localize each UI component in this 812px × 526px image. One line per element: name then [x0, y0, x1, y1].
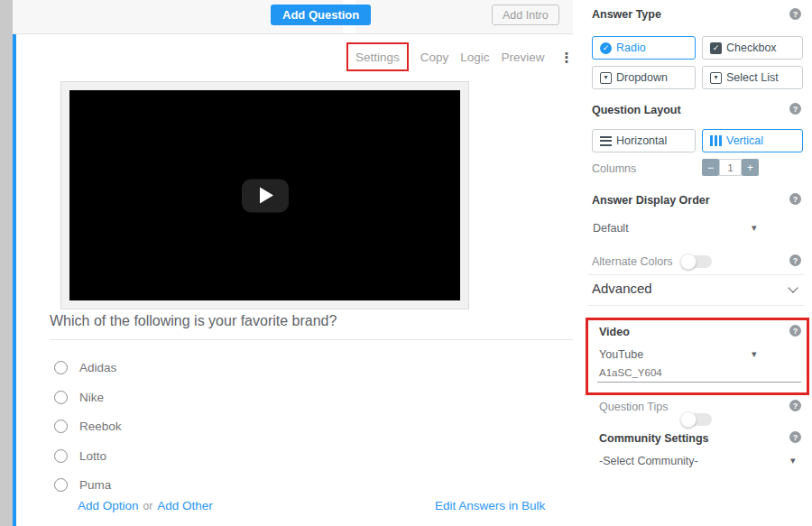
- option-label[interactable]: Reebok: [79, 420, 122, 433]
- question-text[interactable]: Which of the following is your favorite …: [50, 313, 555, 329]
- advanced-section-toggle[interactable]: Advanced: [592, 281, 652, 296]
- edit-answers-in-bulk-link[interactable]: Edit Answers in Bulk: [435, 499, 545, 512]
- answer-option-row: Reebok: [54, 420, 122, 433]
- answer-type-radio-label: Radio: [616, 42, 646, 54]
- video-provider-select[interactable]: YouTube: [599, 348, 643, 361]
- add-intro-button[interactable]: Add Intro: [492, 5, 559, 25]
- answer-type-radio-button[interactable]: ✓ Radio: [592, 36, 696, 60]
- answer-type-select-list-label: Select List: [726, 71, 779, 84]
- question-layout-label: Question Layout: [592, 104, 681, 116]
- tab-logic[interactable]: Logic: [460, 51, 489, 64]
- chevron-down-icon[interactable]: [788, 282, 798, 292]
- add-question-button[interactable]: Add Question: [271, 5, 371, 25]
- answer-option-row: Adidas: [54, 361, 116, 374]
- video-help-icon[interactable]: ?: [789, 325, 801, 337]
- selected-question-indicator: [13, 34, 16, 526]
- question-editor-area: Add Question Add Intro Settings Copy Log…: [13, 0, 573, 526]
- video-player-frame: [60, 81, 469, 309]
- settings-panel: Answer Type ? ✓ Radio ✓ Checkbox ▾ Dropd…: [573, 0, 812, 526]
- video-id-input[interactable]: A1aSC_Y604: [599, 367, 662, 378]
- divider: [587, 305, 804, 306]
- add-other-link[interactable]: Add Other: [157, 499, 213, 512]
- option-radio[interactable]: [54, 391, 68, 404]
- tab-settings[interactable]: Settings: [355, 51, 400, 64]
- divider: [587, 274, 804, 275]
- answer-type-checkbox-label: Checkbox: [726, 42, 777, 54]
- layout-horizontal-button[interactable]: Horizontal: [592, 129, 696, 152]
- checkbox-check-icon: ✓: [710, 42, 722, 54]
- columns-label: Columns: [592, 162, 636, 175]
- answer-option-row: Nike: [54, 391, 104, 404]
- community-select[interactable]: -Select Community-: [599, 455, 698, 467]
- answer-type-dropdown-button[interactable]: ▾ Dropdown: [592, 66, 696, 89]
- columns-value[interactable]: 1: [719, 159, 742, 176]
- answer-display-order-label: Answer Display Order: [592, 194, 710, 207]
- display-order-select[interactable]: Default: [593, 222, 629, 235]
- option-label[interactable]: Puma: [79, 478, 111, 492]
- vertical-bars-icon: [710, 135, 722, 146]
- option-label[interactable]: Lotto: [79, 449, 106, 463]
- answer-type-dropdown-label: Dropdown: [616, 71, 668, 84]
- tab-copy[interactable]: Copy: [420, 51, 449, 64]
- video-id-underline: [597, 382, 801, 383]
- question-text-underline: [50, 339, 573, 340]
- question-tab-bar: Settings Copy Logic Preview ⋮: [346, 42, 577, 71]
- settings-highlight-box: Settings: [346, 42, 409, 71]
- option-label[interactable]: Nike: [79, 391, 104, 404]
- answer-type-checkbox-button[interactable]: ✓ Checkbox: [702, 36, 803, 60]
- display-order-caret-icon[interactable]: ▾: [752, 222, 757, 234]
- community-settings-help-icon[interactable]: ?: [789, 431, 801, 443]
- add-option-link[interactable]: Add Option: [78, 499, 139, 512]
- community-select-caret-icon[interactable]: ▾: [790, 455, 796, 466]
- video-label: Video: [599, 326, 630, 338]
- answer-option-row: Puma: [54, 478, 111, 492]
- select-list-caret-icon: ▾: [710, 72, 722, 84]
- answer-type-help-icon[interactable]: ?: [789, 8, 801, 20]
- dropdown-caret-icon: ▾: [600, 72, 612, 84]
- horizontal-lines-icon: [600, 136, 612, 146]
- video-screen: [69, 90, 460, 300]
- toggle-knob: [680, 254, 697, 270]
- columns-increment-button[interactable]: +: [742, 159, 759, 176]
- radio-check-icon: ✓: [600, 42, 612, 54]
- video-play-button[interactable]: [242, 179, 289, 212]
- layout-horizontal-label: Horizontal: [616, 134, 667, 147]
- layout-vertical-label: Vertical: [726, 134, 763, 147]
- option-label[interactable]: Adidas: [79, 361, 116, 374]
- question-tips-help-icon[interactable]: ?: [789, 400, 801, 411]
- toggle-knob: [680, 411, 697, 428]
- question-tips-toggle[interactable]: [681, 413, 712, 426]
- alternate-colors-label: Alternate Colors: [592, 255, 673, 268]
- answer-type-label: Answer Type: [592, 8, 661, 21]
- option-radio[interactable]: [54, 420, 68, 433]
- option-actions: Add Option or Add Other: [78, 499, 213, 512]
- tab-preview[interactable]: Preview: [502, 51, 545, 64]
- left-edge-strip: [0, 0, 13, 526]
- editor-toolbar: Add Question Add Intro: [13, 0, 573, 34]
- layout-vertical-button[interactable]: Vertical: [702, 129, 803, 152]
- play-icon: [260, 188, 273, 204]
- option-radio[interactable]: [54, 449, 68, 463]
- option-radio[interactable]: [54, 478, 68, 492]
- alternate-colors-toggle[interactable]: [681, 255, 712, 268]
- question-layout-help-icon[interactable]: ?: [789, 103, 801, 115]
- option-radio[interactable]: [54, 361, 68, 374]
- video-provider-caret-icon[interactable]: ▾: [752, 348, 757, 360]
- community-settings-label: Community Settings: [599, 432, 709, 445]
- answer-display-order-help-icon[interactable]: ?: [789, 193, 801, 205]
- question-tips-label: Question Tips: [599, 401, 668, 413]
- columns-stepper: − 1 +: [702, 159, 759, 176]
- answer-type-select-list-button[interactable]: ▾ Select List: [702, 66, 803, 89]
- answer-option-row: Lotto: [54, 449, 106, 463]
- alternate-colors-help-icon[interactable]: ?: [789, 254, 801, 266]
- columns-decrement-button[interactable]: −: [702, 159, 719, 176]
- or-text: or: [143, 500, 153, 512]
